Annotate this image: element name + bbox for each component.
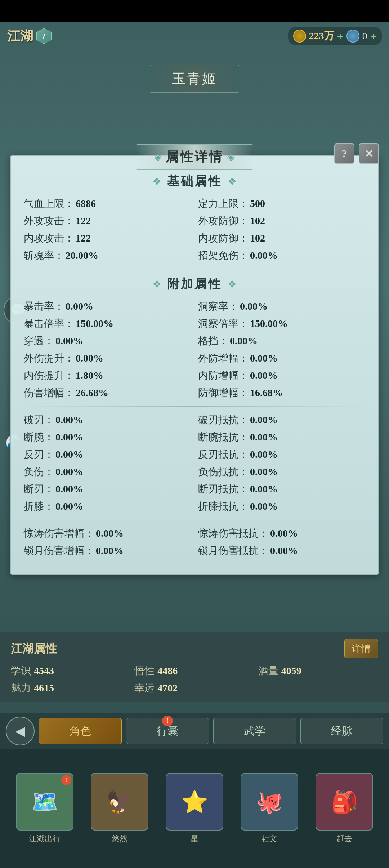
special-stat-item: 断刃抵抗：0.00% [198,482,365,496]
basic-deco-right: ❖ [228,176,237,187]
character-name-plate: 玉青姬 [150,65,239,93]
jianghu-nav[interactable]: 江湖 ? [7,27,52,45]
stat-value: 0.00% [250,370,278,381]
currency-display: 223万 + 0 + [288,27,382,45]
stat-label: 惊涛伤害抵抗： [198,527,269,540]
stat-label: 防御增幅： [198,386,249,400]
addon-deco-right: ❖ [228,278,237,290]
jianghu-detail-button[interactable]: 详情 [344,639,378,658]
nav-tab-行囊[interactable]: !行囊 [126,718,209,744]
bottom-icon-label: 赶去 [336,833,352,844]
panel-title: 属性详情 [166,148,223,166]
bottom-icon-emoji: 🎒 [331,789,358,815]
addon-stat-item: 防御增幅：16.68% [198,386,365,400]
stat-value: 20.00% [66,250,98,261]
panel-close-button[interactable]: ✕ [359,143,379,164]
stat-label: 洞察率： [198,300,238,313]
special-stat-item: 破刃：0.00% [24,413,191,427]
bottom-icon-image: ⭐ [166,773,223,831]
bottom-icon-1[interactable]: 🦅 悠然 [87,773,152,844]
stat-label: 伤害增幅： [24,386,74,400]
stat-label: 断腕抵抗： [198,430,249,444]
character-name: 玉青姬 [172,71,217,86]
stat-value: 0.00% [55,335,83,347]
stat-value: 0.00% [96,545,124,557]
stat-label: 折膝抵抗： [198,500,249,513]
panel-help-button[interactable]: ? [334,143,354,164]
special-stat-item: 断腕：0.00% [24,430,191,444]
addon-stat-item: 格挡：0.00% [198,334,365,348]
stat-value: 0.00% [230,335,258,347]
stat-value: 0.00% [55,466,83,478]
nav-tab-经脉[interactable]: 经脉 [300,718,383,744]
stat-value: 150.00% [250,318,288,329]
stat-label: 外伤提升： [24,351,74,365]
basic-stat-item: 内攻攻击：122 [24,231,191,245]
stat-label: 断刃： [24,482,54,496]
title-deco-right: ◈ [227,151,235,163]
stat-label: 锁月伤害抵抗： [198,544,269,558]
divider-3 [24,520,365,520]
jianghu-stat-item: 酒量4059 [258,664,378,678]
stat-label: 外防增幅： [198,351,249,365]
stat-value: 0.00% [250,483,278,495]
stat-value: 0.00% [96,528,124,539]
special-stat-item: 折膝抵抗：0.00% [198,500,365,513]
stat-label: 破刃： [24,413,54,427]
stat-value: 0.00% [270,528,298,539]
basic-stat-item: 招架免伤：0.00% [198,249,365,262]
nav-back-button[interactable]: ◀ [6,717,35,745]
stat-label: 内攻攻击： [24,231,74,245]
jianghu-stat-label: 悟性 [134,664,155,678]
bottom-icon-label: 悠然 [112,833,128,844]
nav-tab-label: 武学 [244,724,265,739]
stat-label: 内伤提升： [24,369,74,382]
nav-tab-角色[interactable]: 角色 [39,718,122,744]
stat-label: 锁月伤害增幅： [24,544,94,558]
addon-stat-item: 外伤提升：0.00% [24,351,191,365]
jianghu-label: 江湖 [7,27,33,45]
jianghu-stat-value: 4543 [34,665,54,677]
top-bar [0,0,389,22]
stat-value: 0.00% [250,353,278,364]
currency-plus[interactable]: + [337,30,344,43]
stat-label: 破刃抵抗： [198,413,249,427]
jianghu-stat-value: 4615 [34,682,54,694]
stat-value: 26.68% [76,387,108,399]
stat-label: 断腕： [24,430,54,444]
help-icon[interactable]: ? [36,28,52,44]
bottom-icon-3[interactable]: 🐙 社文 [237,773,302,844]
currency-amount: 223万 [309,29,334,43]
stat-label: 格挡： [198,334,228,348]
stat-value: 0.00% [55,414,83,426]
back-arrow-icon: ◀ [15,723,25,739]
bottom-icon-2[interactable]: ⭐ 星 [162,773,227,844]
bottom-icon-4[interactable]: 🎒 赶去 [312,773,377,844]
special-stat-item: 负伤：0.00% [24,465,191,479]
surge-stats-grid: 惊涛伤害增幅：0.00%惊涛伤害抵抗：0.00%锁月伤害增幅：0.00%锁月伤害… [24,527,365,558]
stat-value: 0.00% [240,301,268,312]
panel-title-bar: ◈ 属性详情 ◈ [136,144,253,170]
bottom-icon-image: 🎒 [316,773,373,831]
bottom-icon-0[interactable]: ! 🗺️ 江湖出行 [12,773,77,844]
basic-deco-left: ❖ [152,176,161,187]
gem-icon [346,30,359,43]
addon-stat-item: 外防增幅：0.00% [198,351,365,365]
stat-value: 0.00% [250,250,278,261]
bottom-icon-badge: ! [61,775,71,785]
nav-tab-武学[interactable]: 武学 [213,718,296,744]
stat-label: 洞察倍率： [198,317,249,331]
addon-section-header: ❖ 附加属性 ❖ [24,276,365,292]
stat-value: 1.80% [76,370,103,381]
basic-section-title: 基础属性 [167,173,222,190]
bottom-icon-image: 🐙 [241,773,298,831]
jianghu-title: 江湖属性 [11,641,57,657]
stat-label: 内防增幅： [198,369,249,382]
stat-value: 122 [76,232,91,244]
jianghu-stat-value: 4486 [157,665,178,677]
basic-stat-item: 外攻攻击：122 [24,214,191,228]
divider-2 [24,406,365,407]
stat-value: 500 [250,198,265,209]
gem-plus[interactable]: + [370,30,377,43]
stat-label: 气血上限： [24,197,74,211]
